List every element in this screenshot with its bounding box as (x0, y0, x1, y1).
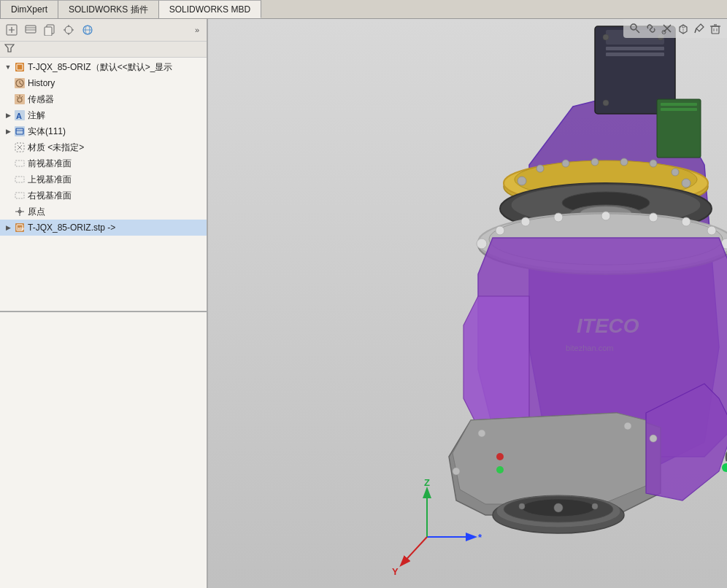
smart-dimension-button[interactable] (3, 21, 20, 39)
tree-root[interactable]: ▼ T-JQX_85-ORIZ（默认<<默认>_显示 (0, 59, 207, 75)
filter-icon (4, 43, 15, 55)
tree-item-right-plane[interactable]: 右视基准面 (0, 187, 207, 204)
annotation-label: 注解 (28, 109, 45, 122)
svg-text:*: * (478, 532, 482, 543)
tab-bar: DimXpert SOLIDWORKS 插件 SOLIDWORKS MBD (0, 0, 727, 19)
svg-text:A: A (16, 112, 22, 120)
tree-item-material[interactable]: 材质 <未指定> (0, 139, 207, 155)
top-plane-icon (13, 173, 26, 186)
tab-dimxpert[interactable]: DimXpert (0, 0, 58, 18)
history-label: History (28, 77, 55, 90)
right-plane-icon (13, 189, 26, 202)
svg-point-59 (536, 165, 544, 172)
svg-point-64 (672, 169, 679, 176)
svg-point-61 (591, 158, 599, 166)
vp-box-icon[interactable] (676, 21, 691, 36)
annotation-icon: A (13, 109, 26, 122)
svg-rect-36 (15, 193, 24, 198)
filter-row (0, 42, 207, 58)
svg-rect-46 (606, 47, 664, 50)
vp-link-icon[interactable] (644, 21, 658, 36)
svg-point-58 (518, 177, 526, 185)
tree-item-imported[interactable]: ▶ stp T-JQX_85-ORIZ.stp -> (0, 220, 207, 236)
imported-label: T-JQX_85-ORIZ.stp -> (28, 222, 115, 234)
svg-line-107 (636, 30, 640, 34)
solid-icon (13, 125, 26, 138)
tree-item-top-plane[interactable]: 上视基准面 (0, 171, 207, 187)
solid-expand-icon: ▶ (3, 126, 13, 136)
viewport[interactable]: T-JQX ITECO bitezhan.com (208, 19, 727, 588)
svg-point-65 (682, 179, 691, 187)
crosshair-icon (63, 24, 74, 36)
svg-line-111 (695, 28, 696, 33)
tab-solidworks-mbd[interactable]: SOLIDWORKS MBD (159, 0, 261, 18)
copy-icon (44, 24, 55, 36)
svg-rect-47 (606, 53, 664, 56)
origin-icon (13, 205, 26, 218)
main-area: » ▼ T-JQX_85-ORIZ（默认<<默认>_显示 (0, 19, 727, 588)
tree-item-origin[interactable]: 原点 (0, 204, 207, 220)
svg-point-96 (478, 430, 485, 437)
svg-point-50 (603, 100, 609, 106)
root-expand-icon: ▼ (3, 62, 13, 72)
display-button[interactable] (22, 21, 39, 39)
svg-marker-14 (5, 45, 14, 52)
tree-item-annotation[interactable]: ▶ A 注解 (0, 107, 207, 123)
copy-button[interactable] (41, 21, 58, 39)
root-label: T-JQX_85-ORIZ（默认<<默认>_显示 (28, 61, 172, 74)
tree-item-sensor[interactable]: 传感器 (0, 91, 207, 107)
svg-point-93 (722, 463, 727, 472)
globe-button[interactable] (79, 21, 96, 39)
tree-item-history[interactable]: History (0, 75, 207, 91)
svg-point-106 (631, 24, 636, 30)
svg-rect-112 (712, 26, 719, 34)
svg-point-75 (496, 226, 504, 235)
svg-point-48 (603, 34, 609, 40)
svg-text:Z: Z (424, 477, 430, 488)
viewport-toolbar (623, 19, 727, 38)
svg-point-60 (562, 160, 569, 167)
front-plane-label: 前视基准面 (28, 158, 72, 170)
tree-item-solid[interactable]: ▶ 实体(111) (0, 123, 207, 139)
imported-expand-icon: ▶ (3, 223, 13, 233)
svg-rect-54 (661, 108, 697, 111)
imported-icon: stp (13, 221, 26, 234)
svg-point-63 (650, 160, 657, 167)
material-label: 材质 <未指定> (28, 142, 84, 154)
svg-point-78 (601, 212, 610, 220)
svg-point-98 (650, 435, 657, 442)
more-button[interactable]: » (191, 23, 204, 36)
tab-solidworks-plugin[interactable]: SOLIDWORKS 插件 (58, 0, 159, 18)
svg-text:ITECO: ITECO (577, 314, 639, 337)
svg-point-77 (554, 213, 563, 222)
display-icon (25, 24, 36, 36)
svg-point-94 (496, 453, 504, 460)
svg-point-91 (519, 503, 525, 509)
tree-item-front-plane[interactable]: 前视基准面 (0, 155, 207, 171)
svg-point-81 (707, 226, 716, 235)
sensor-icon (13, 93, 26, 106)
vp-tool-icon[interactable] (692, 21, 707, 36)
history-icon (13, 77, 26, 90)
top-plane-label: 上视基准面 (28, 174, 72, 186)
svg-line-104 (401, 537, 427, 565)
svg-point-74 (477, 239, 487, 249)
svg-text:stp: stp (18, 226, 24, 231)
annotation-expand-icon: ▶ (3, 110, 13, 120)
front-plane-icon (13, 157, 26, 170)
svg-rect-35 (15, 177, 24, 182)
solid-label: 实体(111) (28, 125, 66, 138)
toolbar-row: » (0, 19, 207, 42)
vp-search-icon[interactable] (628, 21, 642, 36)
origin-label: 原点 (28, 206, 45, 218)
svg-point-99 (453, 468, 460, 475)
svg-rect-34 (15, 160, 24, 166)
crosshair-button[interactable] (60, 21, 77, 39)
component-icon (13, 61, 26, 74)
svg-point-6 (65, 26, 72, 34)
vp-cut-icon[interactable] (660, 21, 674, 36)
vp-delete-icon[interactable] (708, 21, 723, 36)
svg-point-79 (649, 213, 658, 222)
tree-area[interactable]: ▼ T-JQX_85-ORIZ（默认<<默认>_显示 (0, 58, 207, 311)
sensor-label: 传感器 (28, 93, 54, 106)
